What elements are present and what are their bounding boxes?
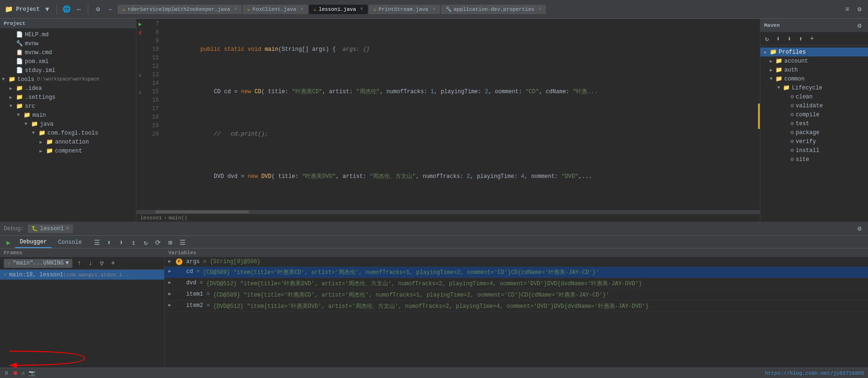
tab-close-3[interactable]: ×	[360, 7, 363, 12]
frame-dropdown[interactable]: ✓ "main"...UNNING ▼	[4, 259, 72, 268]
tab-close-1[interactable]: ×	[234, 7, 237, 12]
maven-item-site[interactable]: ⚙ site	[760, 155, 868, 164]
status-camera-icon[interactable]: 📷	[29, 370, 35, 376]
status-pause-icon[interactable]: ⏸	[4, 370, 9, 376]
debug-icon-up[interactable]: ⬆	[104, 238, 114, 247]
md-icon: 📄	[16, 31, 23, 38]
arrows-icon[interactable]: ↔	[74, 5, 83, 14]
maven-item-profiles[interactable]: ▶ 📁 Profiles	[760, 48, 868, 56]
debug-close-icon[interactable]: ×	[66, 225, 69, 232]
var-item-cd[interactable]: ▶ cd = {CD@509} "item{title='叶惠美CD', art…	[165, 267, 868, 278]
maven-item-common[interactable]: ▼ 📁 common	[760, 74, 868, 83]
debug-play-icon[interactable]: ▶	[4, 238, 13, 247]
maven-folder-icon-auth: 📁	[775, 66, 782, 73]
minus-icon[interactable]: –	[105, 5, 115, 14]
debug-icon-list[interactable]: ☰	[92, 238, 102, 247]
maven-add-icon[interactable]: +	[807, 34, 817, 43]
debug-settings-icon[interactable]: ⚙	[855, 224, 864, 233]
frame-add-icon[interactable]: +	[108, 258, 118, 268]
tree-item-tools[interactable]: ▼ 📁 tools D:\workspace\workspace	[0, 75, 136, 84]
tree-item-java[interactable]: ▼ 📁 java	[0, 120, 136, 129]
status-url[interactable]: https://blog.csdn.net/jy02718805	[765, 370, 864, 376]
maven-item-test[interactable]: ⚙ test	[760, 119, 868, 128]
var-badge-args: P	[176, 258, 182, 265]
tree-label-stduyjml: stduy.iml	[25, 67, 55, 74]
dropdown-icon[interactable]: ▼	[42, 5, 52, 14]
frame-filter-icon[interactable]: ▽	[97, 258, 106, 268]
maven-item-compile[interactable]: ⚙ compile	[760, 110, 868, 119]
debug-icon-step-out[interactable]: ↥	[129, 238, 138, 247]
tree-item-main[interactable]: ▼ 📁 main	[0, 111, 136, 120]
settings-icon[interactable]: ⚙	[855, 5, 864, 14]
sidebar-title: Project	[4, 21, 25, 26]
linenum-15: 15	[144, 88, 159, 96]
frame-item-main18[interactable]: ✓ main:18, lesson1 (com.wangyi.stduv.i..…	[0, 270, 164, 280]
tab-appprops[interactable]: 🔧 application-dev.properties ×	[441, 5, 546, 14]
frame-down-icon[interactable]: ↓	[86, 258, 95, 268]
debug-icon-filter[interactable]: ⟳	[153, 238, 163, 247]
tab-console[interactable]: Console	[54, 237, 87, 248]
tree-item-mvnw[interactable]: 🔧 mvnw	[0, 39, 136, 48]
tree-item-stduyjml[interactable]: 📄 stduy.iml	[0, 66, 136, 75]
gutter-run-mark[interactable]: ▶	[136, 20, 144, 28]
maven-item-install[interactable]: ⚙ install	[760, 146, 868, 155]
tab-more-icon[interactable]: ≡	[843, 5, 852, 14]
gutter-error-mark[interactable]: ✗	[136, 28, 144, 37]
tab-rderservice[interactable]: ☕ rderServiceImplWithZookeeper.java ×	[118, 5, 242, 14]
maven-item-clean[interactable]: ⚙ clean	[760, 92, 868, 101]
horizontal-scrollbar[interactable]	[136, 210, 760, 214]
maven-item-verify[interactable]: ⚙ verify	[760, 137, 868, 146]
var-item-dvd[interactable]: ▶ dvd = {DVD@512} "item{title='叶惠美DVD', …	[165, 278, 868, 290]
maven-folder-icon-lifecycle: 📁	[783, 84, 790, 91]
tree-item-annotation[interactable]: ▶ 📁 annotation	[0, 137, 136, 146]
sep2	[88, 4, 88, 15]
debug-icon-step-over[interactable]: ↻	[141, 238, 150, 247]
maven-item-account[interactable]: ▶ 📁 account	[760, 56, 868, 65]
tree-item-mvnwcmd[interactable]: 📋 mvnw.cmd	[0, 48, 136, 57]
frame-item-label: main:18, lesson1	[9, 272, 63, 278]
maven-downloadsrc-icon[interactable]: ⬇	[785, 34, 794, 43]
tree-label-mvnw: mvnw	[25, 40, 39, 47]
maven-item-auth[interactable]: ▶ 📁 auth	[760, 65, 868, 74]
tab-lesson1[interactable]: ☕ lesson1.java ×	[309, 5, 368, 14]
tab-printstream[interactable]: ☕ PrintStream.java ×	[369, 5, 440, 14]
globe-icon[interactable]: 🌐	[62, 5, 71, 14]
frame-item-class: (com.wangyi.stduv.i...	[63, 272, 131, 278]
status-reconnect-icon[interactable]: ↺	[22, 370, 25, 376]
var-item-item1[interactable]: ▶ item1 = {CD@509} "item{title='叶惠美CD', …	[165, 290, 868, 301]
maven-upload-icon[interactable]: ⬆	[796, 34, 805, 43]
status-stop-icon[interactable]: ⏹	[13, 370, 18, 376]
var-item-item2[interactable]: ▶ item2 = {DVD@512} "item{title='叶惠美DVD'…	[165, 301, 868, 312]
tree-item-idea[interactable]: ▶ 📁 .idea	[0, 84, 136, 93]
tab-debugger[interactable]: Debugger	[15, 237, 52, 248]
maven-download-icon[interactable]: ⬇	[773, 34, 783, 43]
maven-settings-icon[interactable]: ⚙	[855, 21, 864, 30]
debug-icon-settings[interactable]: ☰	[178, 238, 187, 247]
frames-header: Frames	[0, 249, 164, 257]
debug-icon-down[interactable]: ⬇	[117, 238, 126, 247]
maven-item-package[interactable]: ⚙ package	[760, 128, 868, 137]
gear-icon[interactable]: ⚙	[93, 5, 103, 14]
maven-label-profiles: Profiles	[779, 49, 806, 56]
tree-item-helpmd[interactable]: 📄 HELP.md	[0, 30, 136, 39]
maven-label-auth: auth	[784, 67, 798, 73]
debug-icon-table[interactable]: ⊞	[166, 238, 175, 247]
maven-item-lifecycle[interactable]: ▼ 📁 Lifecycle	[760, 83, 868, 92]
scrollbar-thumb[interactable]	[155, 210, 249, 213]
tab-close-5[interactable]: ×	[538, 7, 541, 12]
tab-close-2[interactable]: ×	[300, 7, 303, 12]
tree-item-comfoxgl[interactable]: ▼ 📁 com.foxgl.tools	[0, 129, 136, 137]
maven-refresh-icon[interactable]: ↻	[762, 34, 772, 43]
tab-close-4[interactable]: ×	[433, 7, 435, 12]
tree-item-src[interactable]: ▼ 📁 src	[0, 102, 136, 111]
maven-item-validate[interactable]: ⚙ validate	[760, 101, 868, 110]
editor-content: ▶ ✗ △ △ 7 8 9 10 11	[136, 19, 760, 210]
tree-item-settings[interactable]: ▶ 📁 .settings	[0, 93, 136, 102]
frame-up-icon[interactable]: ↑	[74, 258, 84, 268]
tab-foxclient[interactable]: ☕ FoxClient.java ×	[243, 5, 308, 14]
tree-item-compnent[interactable]: ▶ 📁 compnent	[0, 146, 136, 155]
var-item-args[interactable]: ▶ P args = {String[0]@506}	[165, 257, 868, 267]
tree-item-pomxml[interactable]: 📄 pom.xml	[0, 57, 136, 66]
code-area[interactable]: public static void main(String[] args) {…	[163, 19, 756, 210]
tree-label-tools: tools	[17, 76, 34, 83]
